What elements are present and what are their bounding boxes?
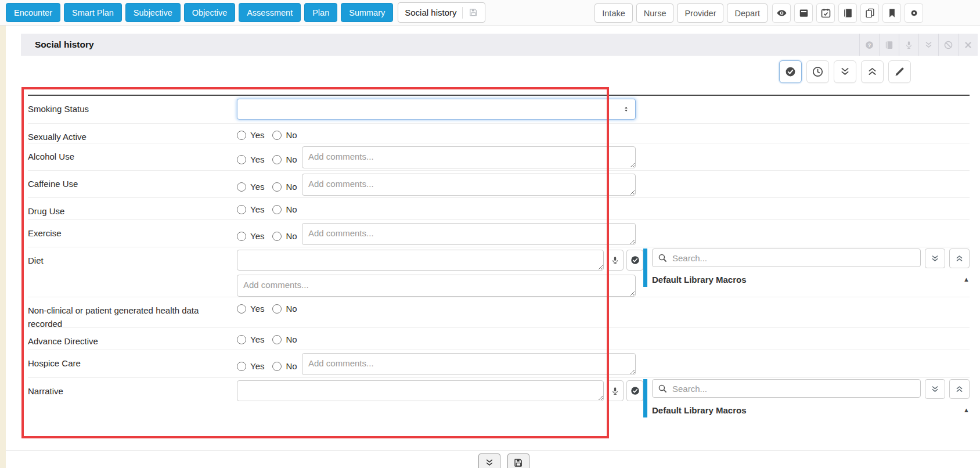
radio-label: Yes [250,130,264,140]
narrative-input-textarea[interactable] [237,380,604,401]
nav-button-subjective[interactable]: Subjective [125,3,181,22]
radio-yes[interactable] [237,335,246,344]
archive-button[interactable] [794,3,813,23]
copy-button[interactable] [860,3,879,23]
field-label: Non-clinical or patient generated health… [28,297,237,327]
check-circle-icon [630,255,640,265]
radio-no[interactable] [272,304,282,314]
mic-button[interactable] [607,250,624,271]
calendar-check-button[interactable] [816,3,835,23]
nav-button-plan[interactable]: Plan [304,3,337,22]
form-row-narrative: NarrativeDefault Library Macros▲ [28,377,970,415]
radio-no[interactable] [272,335,282,344]
radio-no[interactable] [272,131,282,140]
nav-button-smart-plan[interactable]: Smart Plan [64,3,122,22]
radio-yes[interactable] [237,304,246,314]
radio-no[interactable] [272,362,282,371]
tab-social-history[interactable]: Social history [398,2,485,23]
check-button[interactable] [626,250,643,271]
chevron-double-down-button[interactable] [834,60,856,83]
yes-no-radio-group: YesNo [237,182,302,192]
mic-icon [904,40,914,50]
gear-button[interactable] [905,3,923,23]
save-icon[interactable] [469,8,478,17]
radio-no[interactable] [272,232,282,241]
stage-button-nurse[interactable]: Nurse [636,3,674,23]
nav-button-objective[interactable]: Objective [184,3,235,22]
chevron-double-down-button[interactable] [918,34,938,56]
field-controls: YesNo [237,171,970,197]
radio-no[interactable] [272,182,282,192]
radio-option-no: No [272,182,297,192]
save-icon [469,8,478,17]
radio-label: No [286,204,297,214]
help-button[interactable]: ? [859,34,879,56]
stage-button-intake[interactable]: Intake [595,3,633,23]
tab-divider [462,7,463,19]
stage-button-depart[interactable]: Depart [727,3,768,23]
hospice-care-comments-textarea[interactable] [302,353,636,375]
radio-option-no: No [272,361,297,371]
radio-option-no: No [272,204,297,214]
nav-button-encounter[interactable]: Encounter [6,3,60,22]
yes-no-radio-group: YesNo [237,204,970,214]
save-button[interactable] [507,453,529,468]
book-icon [842,8,853,19]
bookmark-button[interactable] [882,3,901,23]
check-circle-icon [630,386,640,396]
field-controls: YesNo [237,220,970,247]
diet-comments-textarea[interactable] [237,275,636,297]
caffeine-use-comments-textarea[interactable] [302,174,636,196]
radio-yes[interactable] [237,362,246,371]
chevron-double-down-button[interactable] [478,453,500,468]
eye-button[interactable] [772,3,791,23]
nav-button-summary[interactable]: Summary [341,3,393,22]
pencil-button[interactable] [888,60,911,83]
radio-label: Yes [250,182,264,192]
exercise-comments-textarea[interactable] [302,223,636,245]
book-button[interactable] [879,34,899,56]
eye-icon [776,8,787,19]
radio-yes[interactable] [237,205,246,214]
radio-option-no: No [272,231,297,241]
radio-option-yes: Yes [237,130,264,140]
clock-icon [812,66,824,78]
radio-yes[interactable] [237,232,246,241]
check-circle-button[interactable] [779,60,802,83]
radio-option-no: No [272,334,297,344]
book-button[interactable] [838,3,857,23]
mic-button[interactable] [899,34,918,56]
clock-button[interactable] [806,60,829,83]
radio-no[interactable] [272,205,282,214]
top-toolbar: EncounterSmart PlanSubjectiveObjectiveAs… [0,0,980,26]
nav-button-assessment[interactable]: Assessment [239,3,301,22]
diet-input-textarea[interactable] [237,250,604,271]
smoking-status-select[interactable] [237,99,636,120]
radio-option-no: No [272,304,297,314]
yes-no-radio-group: YesNo [237,130,970,140]
close-button[interactable] [958,34,978,56]
panel-title: Social history [35,39,94,50]
radio-option-yes: Yes [237,361,264,371]
radio-yes[interactable] [237,182,246,192]
tab-social-history-label: Social history [405,8,456,17]
chevron-double-up-button[interactable] [861,60,884,83]
field-controls [237,96,970,123]
alcohol-use-comments-textarea[interactable] [302,146,636,168]
form-row-smoking-status: Smoking Status [28,96,970,123]
check-circle-icon [784,66,797,78]
radio-option-no: No [272,130,297,140]
form-row-hospice-care: Hospice CareYesNo [28,350,970,377]
stage-button-provider[interactable]: Provider [677,3,723,23]
mic-button[interactable] [607,380,624,401]
block-button[interactable] [938,34,958,56]
radio-no[interactable] [272,155,282,164]
radio-yes[interactable] [237,131,246,140]
radio-yes[interactable] [237,155,246,164]
check-button[interactable] [626,380,643,401]
save-icon [513,458,524,468]
yes-no-radio-group: YesNo [237,231,302,241]
field-controls [237,378,970,415]
help-icon: ? [864,40,874,50]
radio-label: No [286,361,297,371]
